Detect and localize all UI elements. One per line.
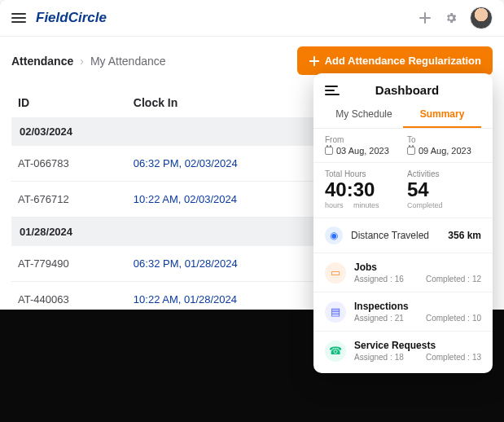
tab-summary[interactable]: Summary [403, 102, 481, 128]
breadcrumb-leaf: My Attendance [90, 55, 166, 68]
col-id: ID [11, 85, 127, 117]
activities-sub: Completed [407, 201, 481, 209]
clipboard-icon: ▤ [325, 301, 346, 323]
cat-jobs[interactable]: ▭ Jobs Assigned :16 Completed :12 [313, 253, 493, 292]
to-label: To [407, 135, 481, 144]
dashboard-card: Dashboard My Schedule Summary From 03 Au… [313, 73, 493, 373]
logo: FieldCircle [36, 10, 107, 26]
gear-icon[interactable] [442, 9, 460, 27]
dashboard-menu-icon[interactable] [325, 86, 340, 95]
total-hours-value: 40:30 [325, 178, 399, 201]
briefcase-icon: ▭ [325, 262, 346, 284]
to-date[interactable]: 09 Aug, 2023 [407, 146, 481, 156]
add-button-label: Add Attendance Regularization [325, 55, 481, 67]
tab-my-schedule[interactable]: My Schedule [325, 102, 403, 128]
add-regularization-button[interactable]: Add Attendance Regularization [297, 46, 493, 75]
distance-value: 356 km [448, 230, 481, 241]
plus-icon [309, 55, 320, 67]
calendar-icon [325, 147, 333, 155]
breadcrumb: Attendance › My Attendance [11, 55, 166, 68]
plus-icon[interactable] [416, 9, 434, 27]
chevron-right-icon: › [80, 55, 84, 68]
from-label: From [325, 135, 399, 144]
distance-row: ◉ Distance Traveled 356 km [313, 218, 493, 253]
activities-label: Activities [407, 169, 481, 178]
location-icon: ◉ [325, 226, 343, 244]
cat-inspections[interactable]: ▤ Inspections Assigned :21 Completed :10 [313, 292, 493, 332]
from-date[interactable]: 03 Aug, 2023 [325, 146, 399, 156]
activities-value: 54 [407, 178, 481, 201]
avatar[interactable] [470, 7, 493, 29]
breadcrumb-root[interactable]: Attendance [11, 55, 73, 68]
cat-service-requests[interactable]: ☎ Service Requests Assigned :18 Complete… [313, 332, 493, 373]
col-clockin: Clock In [127, 85, 319, 117]
topbar: FieldCircle [0, 0, 504, 37]
headset-icon: ☎ [325, 341, 346, 362]
menu-icon[interactable] [11, 13, 26, 23]
total-hours-label: Total Hours [325, 169, 399, 178]
calendar-icon [407, 147, 415, 155]
dashboard-title: Dashboard [348, 83, 467, 97]
